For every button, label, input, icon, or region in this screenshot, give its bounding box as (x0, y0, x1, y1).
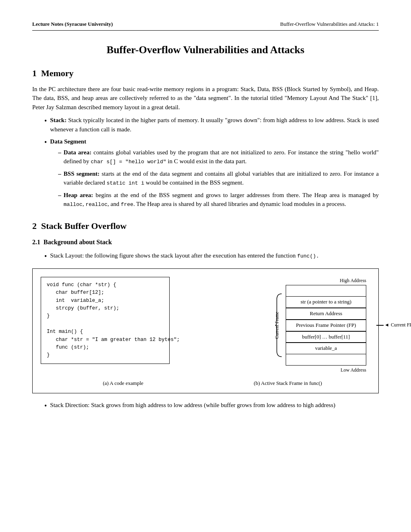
sub-dash-heap: – (58, 191, 61, 200)
sub-text-heap: Heap area: begins at the end of the BSS … (64, 191, 379, 209)
stack-cell-return-addr: Return Address (286, 308, 366, 320)
bullet-stack: • Stack: Stack typically located in the … (44, 116, 379, 134)
bullet-data-text: Data Segment – Data area: contains globa… (50, 137, 379, 212)
code-example: void func (char *str) { char buffer[12];… (41, 277, 170, 364)
page-header: Lecture Notes (Syracuse University) Buff… (32, 20, 379, 31)
section2-title: 2 Stack Buffer Overflow (32, 219, 379, 233)
bullet-stack-direction: • Stack Direction: Stack grows from high… (44, 401, 379, 411)
stack-cell-return-addr-text: Return Address (310, 310, 342, 316)
bullet-data-segment: • Data Segment – Data area: contains glo… (44, 137, 379, 212)
bullet-dot-data: • (44, 138, 47, 147)
bullet-list-section21: • Stack Layout: the following figure sho… (44, 251, 379, 261)
current-frame-label: Current Frame (274, 312, 280, 339)
high-address-label: High Address (286, 277, 366, 284)
code-malloc: malloc (64, 202, 83, 208)
figure-captions: (a) A code example (b) Active Stack Fram… (41, 379, 370, 387)
stack-cell-str-text: str (a pointer to a string) (301, 299, 351, 305)
bullet-stack-direction-text: Stack Direction: Stack grows from high a… (50, 401, 379, 410)
section1-title: 1 Memory (32, 66, 379, 80)
stack-cell-prev-fp-text: Previous Frame Pointer (FP) (296, 322, 356, 328)
stack-cell-variable-a-text: variable_a (315, 345, 337, 351)
sub-bullets-data: – Data area: contains global variables u… (58, 148, 379, 209)
main-title: Buffer-Overflow Vulnerabilities and Atta… (32, 42, 379, 58)
bullet-stack-text: Stack: Stack typically located in the hi… (50, 116, 379, 134)
section1-intro: In the PC architecture there are four ba… (32, 85, 379, 112)
sub-bullet-heap: – Heap area: begins at the end of the BS… (58, 191, 379, 209)
code-realloc: realloc (85, 202, 108, 208)
stack-cell-prev-fp: Previous Frame Pointer (FP) ◄ Current FP (286, 320, 366, 331)
bullet-stack-layout-text: Stack Layout: the following figure shows… (50, 251, 379, 260)
page: Lecture Notes (Syracuse University) Buff… (0, 0, 411, 532)
caption-b: (b) Active Stack Frame in func() (206, 379, 370, 387)
current-fp-label-text: Current FP (391, 322, 411, 328)
stack-cell-variable-a: variable_a (286, 343, 366, 354)
caption-a: (a) A code example (41, 379, 206, 387)
sub-text-data-area: Data area: contains global variables use… (64, 148, 379, 166)
current-frame-bracket: Current Frame (274, 281, 283, 370)
stack-cell-str: str (a pointer to a string) (286, 296, 366, 308)
bullet-dot-stack-direction: • (44, 401, 47, 411)
arrow-line (376, 325, 384, 326)
header-left: Lecture Notes (Syracuse University) (32, 20, 113, 28)
bullet-data-label: Data Segment (50, 138, 86, 145)
header-right: Buffer-Overflow Vulnerabilities and Atta… (280, 20, 379, 28)
stack-cell-empty-bottom (286, 354, 366, 366)
sub-label-data-area: Data area: (64, 149, 91, 156)
low-address-label: Low Address (286, 366, 366, 374)
sub-bullet-data-area: – Data area: contains global variables u… (58, 148, 379, 166)
sub-dash-bss: – (58, 169, 61, 179)
sub-bullet-bss: – BSS segment: starts at the end of the … (58, 169, 379, 187)
code-box: void func (char *str) { char buffer[12];… (41, 277, 170, 364)
bullet-dot-stack-layout: • (44, 252, 47, 261)
figure-box: void func (char *str) { char buffer[12];… (32, 268, 379, 393)
sub-text-bss: BSS segment: starts at the end of the da… (64, 169, 379, 187)
code-char-s: char s[] = "hello world" (91, 159, 166, 165)
bullet-dot-stack: • (44, 116, 47, 126)
stack-cells-wrapper: High Address str (a pointer to a string)… (286, 277, 366, 374)
code-func: func(). (297, 253, 319, 259)
stack-cell-empty-top (286, 285, 366, 296)
sub-label-bss: BSS segment: (64, 170, 100, 177)
sub-dash-data-area: – (58, 148, 61, 157)
code-static-int: static int i (106, 180, 144, 186)
stack-diagram-area: Current Frame High Address str (a pointe… (174, 277, 370, 374)
subsection21-title: 2.1 Background about Stack (32, 237, 379, 247)
code-free: free (121, 202, 133, 208)
figure-content: void func (char *str) { char buffer[12];… (41, 277, 370, 374)
bullet-stack-label: Stack: (50, 117, 66, 123)
bullet-list-section1: • Stack: Stack typically located in the … (44, 116, 379, 212)
sub-label-heap: Heap area: (64, 192, 93, 198)
stack-cell-buffer-text: buffer[0] … buffer[11] (302, 334, 350, 340)
bullet-stack-layout: • Stack Layout: the following figure sho… (44, 251, 379, 261)
bullet-list-bottom: • Stack Direction: Stack grows from high… (44, 401, 379, 411)
current-fp-arrow: ◄ Current FP (376, 322, 411, 328)
stack-cell-buffer: buffer[0] … buffer[11] (286, 331, 366, 343)
